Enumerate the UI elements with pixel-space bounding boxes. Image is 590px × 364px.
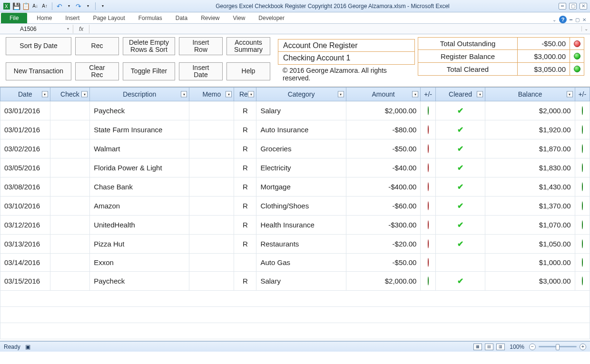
cell-memo[interactable] — [189, 254, 234, 272]
filter-dropdown-icon[interactable]: ▾ — [412, 91, 418, 98]
cell-date[interactable]: 03/10/2016 — [0, 197, 50, 216]
cell-memo[interactable] — [189, 177, 234, 197]
filter-dropdown-icon[interactable]: ▾ — [338, 91, 344, 98]
cell-rec[interactable]: R — [234, 158, 256, 177]
table-row[interactable]: 03/12/2016UnitedHealthRHealth Insurance-… — [0, 216, 590, 235]
toggle-filter-button[interactable]: Toggle Filter — [123, 62, 175, 80]
maximize-button[interactable]: ▢ — [569, 3, 577, 10]
cell-date[interactable]: 03/02/2016 — [0, 139, 50, 158]
excel-icon[interactable]: X — [3, 2, 10, 10]
cell-amount[interactable]: -$60.00 — [346, 197, 421, 216]
cell-balance[interactable]: $1,370.00 — [485, 197, 575, 216]
cell-date[interactable]: 03/01/2016 — [0, 101, 50, 120]
cell-check[interactable] — [50, 235, 90, 254]
cell-amount[interactable]: $2,000.00 — [346, 272, 421, 291]
rec-button[interactable]: Rec — [75, 37, 119, 55]
ribbon-tab-data[interactable]: Data — [169, 13, 194, 23]
cell-memo[interactable] — [189, 197, 234, 216]
cell-balance[interactable]: $1,870.00 — [485, 139, 575, 158]
table-row[interactable]: 03/05/2016Florida Power & LightRElectric… — [0, 158, 590, 177]
paste-icon[interactable]: 📋 — [22, 2, 30, 10]
cell-category[interactable]: Clothing/Shoes — [256, 197, 346, 216]
redo-icon[interactable]: ↷ — [75, 2, 82, 10]
cell-balance[interactable]: $1,070.00 — [485, 216, 575, 235]
insert-row-button[interactable]: Insert Row — [179, 37, 223, 55]
cell-cleared[interactable]: ✔ — [435, 158, 485, 177]
ribbon-tab-page-layout[interactable]: Page Layout — [86, 13, 131, 23]
cell-rec[interactable]: R — [234, 139, 256, 158]
cell-cleared[interactable]: ✔ — [435, 177, 485, 197]
cell-category[interactable]: Electricity — [256, 158, 346, 177]
cell-balance[interactable]: $1,000.00 — [485, 254, 575, 272]
cell-check[interactable] — [50, 139, 90, 158]
ribbon-tab-formulas[interactable]: Formulas — [132, 13, 169, 23]
cell-check[interactable] — [50, 254, 90, 272]
cell-description[interactable]: Chase Bank — [90, 177, 189, 197]
name-box[interactable]: A1506 ▾ — [16, 25, 73, 33]
zoom-in-button[interactable]: + — [580, 344, 586, 350]
filter-dropdown-icon[interactable]: ▾ — [477, 91, 483, 98]
column-header-check[interactable]: Check▾ — [50, 88, 90, 101]
workbook-close-icon[interactable]: ✕ — [582, 17, 586, 22]
cell-description[interactable]: Paycheck — [90, 272, 189, 291]
ribbon-minimize-icon[interactable]: ⌄ — [552, 17, 556, 22]
file-tab[interactable]: File — [1, 13, 27, 23]
cell-date[interactable]: 03/12/2016 — [0, 216, 50, 235]
cell-date[interactable]: 03/14/2016 — [0, 254, 50, 272]
cell-category[interactable]: Auto Gas — [256, 254, 346, 272]
empty-cell[interactable] — [0, 307, 590, 323]
cell-balance[interactable]: $3,000.00 — [485, 272, 575, 291]
cell-description[interactable]: Amazon — [90, 197, 189, 216]
cell-amount[interactable]: -$400.00 — [346, 177, 421, 197]
table-row[interactable]: 03/10/2016AmazonRClothing/Shoes-$60.00✔$… — [0, 197, 590, 216]
column-header--[interactable]: +/- — [421, 88, 435, 101]
cell-check[interactable] — [50, 177, 90, 197]
cell-rec[interactable]: R — [234, 197, 256, 216]
column-header-amount[interactable]: Amount▾ — [346, 88, 421, 101]
column-header-date[interactable]: Date▾ — [0, 88, 50, 101]
table-row[interactable]: 03/01/2016State Farm InsuranceRAuto Insu… — [0, 120, 590, 139]
cell-rec[interactable]: R — [234, 120, 256, 139]
cell-rec[interactable]: R — [234, 235, 256, 254]
ribbon-tab-review[interactable]: Review — [194, 13, 226, 23]
table-row-empty[interactable] — [0, 291, 590, 307]
cell-memo[interactable] — [189, 101, 234, 120]
cell-memo[interactable] — [189, 158, 234, 177]
column-header-cleared[interactable]: Cleared▾ — [435, 88, 485, 101]
formula-input[interactable] — [89, 25, 581, 33]
close-button[interactable]: ✕ — [580, 3, 587, 10]
column-header-balance[interactable]: Balance▾ — [485, 88, 575, 101]
sort-by-date-button[interactable]: Sort By Date — [6, 37, 71, 55]
workbook-minimize-icon[interactable]: ━ — [570, 17, 572, 22]
cell-balance[interactable]: $1,430.00 — [485, 177, 575, 197]
zoom-slider[interactable] — [539, 346, 577, 347]
cell-balance[interactable]: $1,920.00 — [485, 120, 575, 139]
filter-dropdown-icon[interactable]: ▾ — [181, 91, 187, 98]
cell-description[interactable]: Exxon — [90, 254, 189, 272]
insert-date-button[interactable]: Insert Date — [179, 62, 223, 80]
cell-amount[interactable]: $2,000.00 — [346, 101, 421, 120]
clear-rec-button[interactable]: Clear Rec — [75, 62, 119, 80]
table-row-empty[interactable] — [0, 307, 590, 323]
cell-cleared[interactable]: ✔ — [435, 139, 485, 158]
cell-check[interactable] — [50, 197, 90, 216]
cell-balance[interactable]: $2,000.00 — [485, 101, 575, 120]
zoom-out-button[interactable]: − — [529, 344, 536, 350]
cell-date[interactable]: 03/08/2016 — [0, 177, 50, 197]
filter-dropdown-icon[interactable]: ▾ — [42, 91, 48, 98]
cell-description[interactable]: UnitedHealth — [90, 216, 189, 235]
customize-qat-icon[interactable]: ▾ — [99, 2, 107, 10]
sort-asc-icon[interactable]: A↓ — [31, 2, 39, 10]
ribbon-tab-home[interactable]: Home — [30, 13, 59, 23]
cell-date[interactable]: 03/13/2016 — [0, 235, 50, 254]
ribbon-tab-developer[interactable]: Developer — [252, 13, 291, 23]
undo-icon[interactable]: ↶ — [56, 2, 63, 10]
filter-dropdown-icon[interactable]: ▾ — [248, 91, 254, 98]
table-row-empty[interactable] — [0, 323, 590, 339]
help-icon[interactable]: ? — [559, 16, 567, 23]
page-layout-view-button[interactable]: ▤ — [485, 344, 493, 350]
cell-check[interactable] — [50, 101, 90, 120]
new-transaction-button[interactable]: New Transaction — [6, 62, 71, 80]
workbook-restore-icon[interactable]: ▢ — [575, 17, 580, 22]
cell-amount[interactable]: -$50.00 — [346, 254, 421, 272]
